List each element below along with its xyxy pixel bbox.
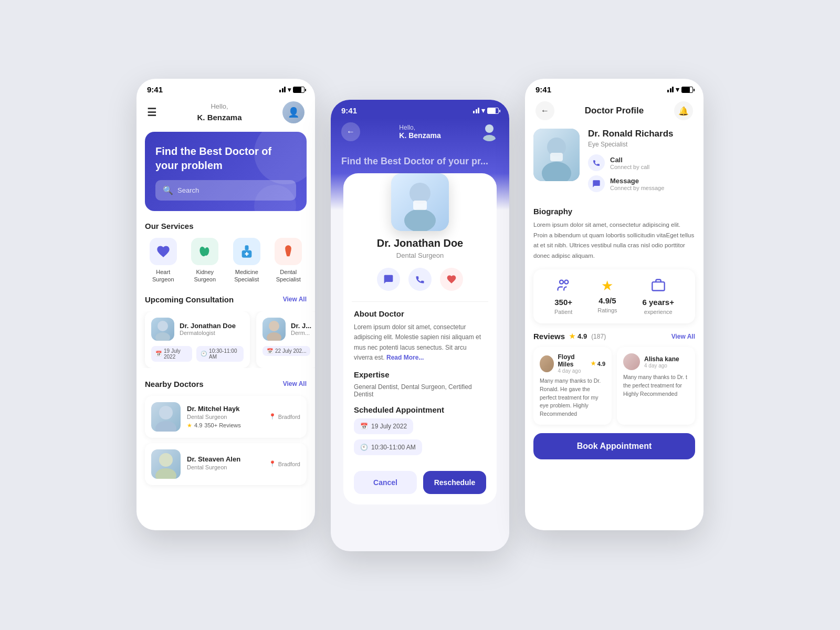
svg-rect-2: [245, 245, 248, 250]
p1-greeting: Hello, K. Benzama: [197, 102, 242, 122]
consultation-scroll: Dr. Jonathan Doe Dermatologist 📅 19 July…: [136, 311, 315, 368]
reviewer-header-1: Floyd Miles 4 day ago ★ 4.9: [540, 353, 605, 374]
nearby-name-1: Dr. Mitchel Hayk: [187, 405, 262, 413]
nearby-location-1: 📍 Bradford: [269, 413, 300, 420]
nearby-view-all[interactable]: View All: [283, 380, 307, 387]
service-kidney[interactable]: Kidney Surgeon: [187, 238, 224, 284]
service-heart[interactable]: Heart Surgeon: [145, 238, 182, 284]
modal-wrapper: Dr. Jonathan Doe Dental Surgeon About: [331, 173, 509, 515]
nearby-rating-1: ★ 4.9 350+ Reviews: [187, 422, 262, 429]
wifi-icon-2: ▾: [481, 107, 485, 114]
call-action-btn[interactable]: [408, 268, 432, 291]
upcoming-view-all[interactable]: View All: [283, 296, 307, 303]
wifi-icon-3: ▾: [676, 86, 679, 93]
call-details: Call Connect by call: [610, 156, 649, 170]
p3-doc-details: Dr. Ronald Richards Eye Specialist Call …: [588, 129, 695, 196]
upcoming-header: Upcoming Consultation View All: [136, 295, 315, 304]
nearby-section: Dr. Mitchel Hayk Dental Surgeon ★ 4.9 35…: [136, 396, 315, 485]
services-header: Our Services: [136, 222, 315, 230]
ratings-label: Ratings: [597, 307, 617, 313]
p3-message-item[interactable]: Message Connect by message: [588, 175, 695, 192]
stat-experience: 6 years+ experience: [643, 278, 674, 315]
svg-point-11: [155, 421, 176, 432]
message-action-btn[interactable]: [377, 268, 400, 291]
consult-spec-1: Dermatologist: [180, 330, 236, 336]
medicine-label: Medicine Specialist: [228, 268, 265, 284]
experience-label: experience: [644, 309, 673, 315]
reviewer-avatar-2: [623, 353, 640, 370]
appt-info: 📅 19 July 2022 🕙 10:30-11:00 AM: [354, 418, 486, 455]
p1-header: ☰ Hello, K. Benzama 👤: [136, 97, 315, 132]
svg-point-24: [560, 280, 563, 284]
screens-container: 9:41 ▾ ☰ Hello, K. Benzama 👤: [136, 79, 704, 551]
p3-call-item[interactable]: Call Connect by call: [588, 154, 695, 171]
consult-card-1[interactable]: Dr. Jonathan Doe Dermatologist 📅 19 July…: [145, 311, 250, 368]
consult-avatar-2: [262, 318, 286, 341]
svg-point-7: [155, 332, 170, 341]
stat-patient: 350+ Patient: [554, 278, 572, 315]
consult-info-1: Dr. Jonathan Doe Dermatologist: [180, 322, 236, 336]
medicine-icon: [233, 238, 260, 265]
book-appointment-button[interactable]: Book Appointment: [533, 433, 695, 459]
about-text: Lorem ipsum dolor sit amet, consectetur …: [354, 322, 486, 363]
svg-point-10: [159, 406, 173, 419]
nearby-card-1[interactable]: Dr. Mitchel Hayk Dental Surgeon ★ 4.9 35…: [145, 396, 307, 438]
consult-name-1: Dr. Jonathan Doe: [180, 322, 236, 330]
reviews-header: Reviews ★ 4.9 (187) View All: [525, 332, 704, 341]
message-details: Message Connect by message: [610, 177, 664, 191]
upcoming-title: Upcoming Consultation: [145, 295, 234, 304]
svg-rect-19: [413, 201, 427, 210]
consult-date-badge: 📅 19 July 2022: [151, 346, 192, 362]
search-bar[interactable]: 🔍 Search: [155, 180, 296, 201]
hero-banner: Find the Best Doctor of your problem 🔍 S…: [145, 132, 307, 211]
consult-name-2: Dr. J...: [291, 322, 311, 330]
heart-icon: [150, 238, 177, 265]
rating-value-1: 4.9: [194, 422, 202, 428]
message-icon: [588, 175, 605, 192]
avatar[interactable]: 👤: [282, 101, 304, 123]
svg-point-12: [159, 453, 173, 467]
phone-2: 9:41 ▾ ← Hello, K. Benzama: [331, 100, 509, 551]
consult-card-2[interactable]: Dr. J... Derm... 📅 22 July 202...: [256, 311, 315, 368]
signal-bars-1: [279, 87, 286, 92]
service-medicine[interactable]: Medicine Specialist: [228, 238, 265, 284]
p3-doc-name: Dr. Ronald Richards: [588, 129, 695, 139]
modal-doctor-spec: Dental Surgeon: [343, 251, 497, 259]
p2-avatar[interactable]: [480, 122, 499, 141]
back-button-3[interactable]: ←: [536, 101, 554, 120]
reviewer-info-1: Floyd Miles 4 day ago: [558, 353, 586, 374]
patients-icon: [556, 278, 571, 296]
svg-point-14: [485, 124, 494, 133]
reviewer-rating-1: ★ 4.9: [591, 360, 605, 367]
p3-doc-avatar: [533, 129, 580, 181]
status-icons-1: ▾: [279, 86, 304, 93]
kidney-label: Kidney Surgeon: [187, 268, 224, 284]
nearby-card-2[interactable]: Dr. Steaven Alen Dental Surgeon 📍 Bradfo…: [145, 443, 307, 485]
consult-header-1: Dr. Jonathan Doe Dermatologist: [151, 318, 244, 341]
services-title: Our Services: [145, 222, 194, 230]
time-2: 9:41: [341, 106, 357, 115]
consult-time: 10:30-11:00 AM: [209, 348, 239, 360]
reviews-view-all[interactable]: View All: [671, 333, 695, 340]
cancel-button[interactable]: Cancel: [354, 471, 417, 494]
p3-stats: 350+ Patient ★ 4.9/5 Ratings 6 years+ ex…: [533, 269, 695, 323]
profile-title: Doctor Profile: [585, 106, 644, 116]
reschedule-button[interactable]: Reschedule: [423, 471, 486, 494]
review-card-2: Alisha kane 4 day ago Many many thanks t…: [617, 347, 695, 425]
read-more-link[interactable]: Read More...: [386, 354, 424, 361]
battery-icon-3: [681, 87, 693, 93]
p2-hello: Hello,: [399, 124, 440, 131]
nearby-avatar-2: [151, 449, 181, 479]
review-star-1: ★: [591, 360, 596, 367]
p2-greeting: Hello, K. Benzama: [399, 124, 440, 140]
favorite-action-btn[interactable]: [440, 268, 463, 291]
experience-icon: [651, 278, 666, 296]
consult-info-2: Dr. J... Derm...: [291, 322, 311, 336]
review-text-2: Many many thanks to Dr. t the perfect tr…: [623, 373, 689, 398]
back-button-2[interactable]: ←: [341, 122, 360, 141]
patient-value: 350+: [554, 298, 572, 307]
hamburger-icon[interactable]: ☰: [147, 106, 156, 119]
service-dental[interactable]: Dental Specialist: [270, 238, 307, 284]
services-grid: Heart Surgeon Kidney Surgeon Medicine Sp…: [136, 238, 315, 284]
bell-button[interactable]: 🔔: [674, 101, 693, 120]
